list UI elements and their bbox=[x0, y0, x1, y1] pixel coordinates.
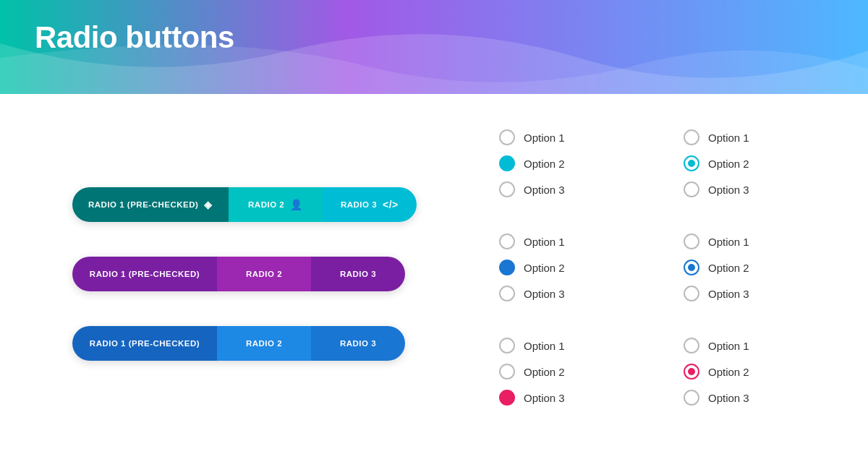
left-panel: RADIO 1 (PRE-CHECKED) ◈ RADIO 2 👤 RADIO … bbox=[0, 94, 463, 454]
blue-radio-1[interactable]: RADIO 1 (PRE-CHECKED) bbox=[72, 326, 217, 361]
right-panel: Option 1 Option 2 Option 3 Option 1 bbox=[463, 94, 868, 454]
purple-radio-1-label: RADIO 1 (PRE-CHECKED) bbox=[90, 270, 200, 278]
teal-radio-2-label: RADIO 2 bbox=[248, 200, 284, 209]
list-item[interactable]: Option 3 bbox=[499, 176, 655, 202]
radio-circle-blue-filled bbox=[499, 260, 515, 275]
list-item[interactable]: Option 2 bbox=[499, 254, 655, 280]
radio-circle-unchecked bbox=[684, 181, 699, 197]
radio-circle-teal-outlined bbox=[684, 155, 699, 171]
radio-group-blue-outlined: Option 1 Option 2 Option 3 bbox=[684, 228, 839, 307]
purple-radio-3[interactable]: RADIO 3 bbox=[311, 257, 405, 291]
group-divider bbox=[499, 215, 655, 228]
radio-circle-unchecked bbox=[684, 286, 699, 301]
group-divider bbox=[684, 320, 839, 333]
blue-radio-2-label: RADIO 2 bbox=[246, 339, 282, 348]
blue-radio-3-label: RADIO 3 bbox=[340, 339, 376, 348]
radio-group-pink-outlined: Option 1 Option 2 Option 3 bbox=[684, 333, 839, 411]
list-item[interactable]: Option 2 bbox=[684, 254, 839, 280]
list-item[interactable]: Option 3 bbox=[684, 385, 839, 411]
group-divider bbox=[499, 320, 655, 333]
radio-circle-unchecked bbox=[684, 338, 699, 354]
list-item[interactable]: Option 1 bbox=[499, 228, 655, 254]
code-icon: </> bbox=[383, 199, 399, 210]
radio-circle-unchecked bbox=[499, 234, 515, 249]
blue-radio-1-label: RADIO 1 (PRE-CHECKED) bbox=[90, 339, 200, 348]
list-item[interactable]: Option 1 bbox=[499, 124, 655, 150]
radio-circle-unchecked bbox=[499, 129, 515, 145]
purple-radio-2[interactable]: RADIO 2 bbox=[217, 257, 311, 291]
teal-radio-3-label: RADIO 3 bbox=[341, 200, 377, 209]
radio-circle-unchecked bbox=[499, 338, 515, 354]
list-item[interactable]: Option 3 bbox=[684, 176, 839, 202]
radio-circle-teal-filled bbox=[499, 155, 515, 171]
diamond-icon: ◈ bbox=[204, 199, 213, 210]
radio-circle-pink-outlined bbox=[684, 364, 699, 380]
blue-radio-3[interactable]: RADIO 3 bbox=[311, 326, 405, 361]
radio-circle-unchecked bbox=[684, 129, 699, 145]
radio-circle-unchecked bbox=[499, 286, 515, 301]
radio-column-2: Option 1 Option 2 Option 3 Option 1 bbox=[669, 124, 854, 424]
blue-radio-group[interactable]: RADIO 1 (PRE-CHECKED) RADIO 2 RADIO 3 bbox=[72, 326, 405, 361]
list-item[interactable]: Option 2 bbox=[499, 359, 655, 385]
list-item[interactable]: Option 3 bbox=[499, 280, 655, 307]
list-item[interactable]: Option 1 bbox=[684, 124, 839, 150]
radio-group-blue-filled: Option 1 Option 2 Option 3 bbox=[499, 228, 655, 307]
radio-circle-pink-filled bbox=[499, 390, 515, 406]
radio-circle-unchecked bbox=[499, 364, 515, 380]
radio-circle-unchecked bbox=[499, 181, 515, 197]
list-item[interactable]: Option 3 bbox=[684, 280, 839, 307]
main-content: RADIO 1 (PRE-CHECKED) ◈ RADIO 2 👤 RADIO … bbox=[0, 94, 868, 454]
group-divider bbox=[684, 215, 839, 228]
radio-circle-unchecked bbox=[684, 390, 699, 406]
page-title: Radio buttons bbox=[35, 20, 234, 55]
radio-circle-unchecked bbox=[684, 234, 699, 249]
teal-radio-1-label: RADIO 1 (PRE-CHECKED) bbox=[88, 200, 198, 209]
purple-radio-2-label: RADIO 2 bbox=[246, 270, 282, 278]
radio-circle-blue-outlined bbox=[684, 260, 699, 275]
teal-radio-group[interactable]: RADIO 1 (PRE-CHECKED) ◈ RADIO 2 👤 RADIO … bbox=[72, 187, 417, 222]
list-item[interactable]: Option 2 bbox=[684, 359, 839, 385]
list-item[interactable]: Option 1 bbox=[499, 333, 655, 359]
list-item[interactable]: Option 1 bbox=[684, 228, 839, 254]
purple-radio-1[interactable]: RADIO 1 (PRE-CHECKED) bbox=[72, 257, 217, 291]
blue-radio-2[interactable]: RADIO 2 bbox=[217, 326, 311, 361]
teal-radio-2[interactable]: RADIO 2 👤 bbox=[229, 187, 323, 222]
purple-radio-3-label: RADIO 3 bbox=[340, 270, 376, 278]
user-icon: 👤 bbox=[290, 199, 303, 210]
teal-radio-1[interactable]: RADIO 1 (PRE-CHECKED) ◈ bbox=[72, 187, 229, 222]
radio-group-teal-filled: Option 1 Option 2 Option 3 bbox=[499, 124, 655, 202]
teal-radio-3[interactable]: RADIO 3 </> bbox=[323, 187, 417, 222]
list-item[interactable]: Option 2 bbox=[684, 150, 839, 176]
radio-column-1: Option 1 Option 2 Option 3 Option 1 bbox=[485, 124, 669, 424]
list-item[interactable]: Option 3 bbox=[499, 385, 655, 411]
list-item[interactable]: Option 2 bbox=[499, 150, 655, 176]
purple-radio-group[interactable]: RADIO 1 (PRE-CHECKED) RADIO 2 RADIO 3 bbox=[72, 257, 405, 291]
radio-group-pink-filled: Option 1 Option 2 Option 3 bbox=[499, 333, 655, 411]
radio-group-teal-outlined: Option 1 Option 2 Option 3 bbox=[684, 124, 839, 202]
list-item[interactable]: Option 1 bbox=[684, 333, 839, 359]
